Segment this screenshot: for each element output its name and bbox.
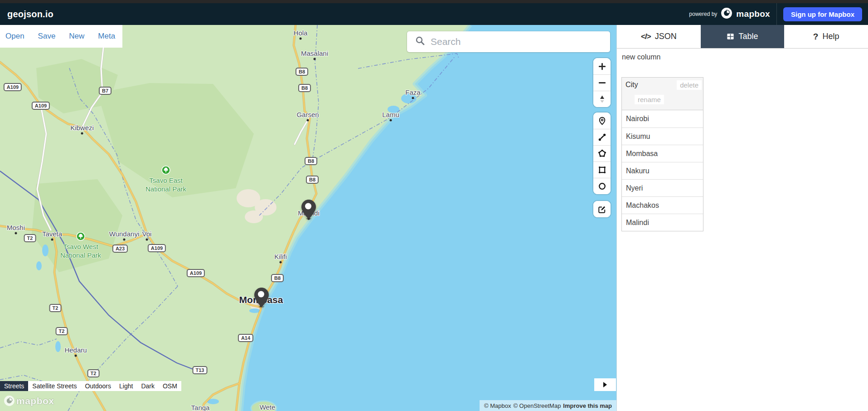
app-header: geojson.io powered by mapbox Sign up for… xyxy=(0,3,868,25)
tab-label: Table xyxy=(738,32,758,41)
road-shield-a14: A14 xyxy=(238,334,253,342)
park-label-line: Tsavo East xyxy=(145,176,186,185)
table-row-machakos[interactable]: Machakos xyxy=(622,196,703,214)
geojson-point-marker-malindi[interactable] xyxy=(301,199,316,221)
powered-by-text: powered by xyxy=(689,11,717,17)
polygon-button[interactable] xyxy=(593,145,611,161)
road-shield-t2: T2 xyxy=(49,304,62,312)
panel-tab-bar: </>JSONTable?Help xyxy=(617,25,868,49)
code-icon: </> xyxy=(641,32,651,41)
map-canvas[interactable]: HolaMasalaniGarsenFazaLamuKibweziMoshiTa… xyxy=(0,25,616,411)
side-panel: </>JSONTable?Help new column City delete… xyxy=(616,25,868,411)
layer-option-osm[interactable]: OSM xyxy=(159,381,181,391)
road-shield-a109: A109 xyxy=(187,269,205,277)
menu-item-meta[interactable]: Meta xyxy=(98,32,115,41)
layer-option-light[interactable]: Light xyxy=(115,381,137,391)
compass-icon xyxy=(598,95,606,103)
layer-option-satellite-streets[interactable]: Satellite Streets xyxy=(28,381,81,391)
mapbox-corner-logo[interactable]: mapbox xyxy=(4,395,54,406)
town-label-moshi: Moshi xyxy=(7,224,25,231)
panel-collapse-button[interactable] xyxy=(594,378,616,391)
compass-button[interactable] xyxy=(593,91,611,107)
mapbox-logo-icon xyxy=(721,7,732,21)
window-top-strip xyxy=(0,0,868,3)
line-icon xyxy=(598,133,606,142)
table-row-nairobi[interactable]: Nairobi xyxy=(622,110,703,127)
park-label-line: National Park xyxy=(145,185,186,193)
town-label-wundanyi: Wundanyi xyxy=(109,230,139,238)
marker-button[interactable] xyxy=(593,113,611,129)
app-title: geojson.io xyxy=(7,9,53,20)
map-search-box xyxy=(407,31,610,52)
signup-mapbox-button[interactable]: Sign up for Mapbox xyxy=(783,7,862,21)
tab-table[interactable]: Table xyxy=(701,25,785,48)
town-dot xyxy=(75,355,77,357)
mapbox-logo-word: mapbox xyxy=(16,396,54,406)
attribution-osm-link[interactable]: © OpenStreetMap xyxy=(513,402,561,409)
table-row-malindi[interactable]: Malindi xyxy=(622,214,703,231)
park-tree-icon xyxy=(161,166,170,176)
improve-map-link[interactable]: Improve this map xyxy=(563,402,612,409)
table-row-mombasa[interactable]: Mombasa xyxy=(622,145,703,162)
table-row-nyeri[interactable]: Nyeri xyxy=(622,179,703,196)
road-shield-b8: B8 xyxy=(306,176,319,184)
attribution-mapbox-link[interactable]: © Mapbox xyxy=(484,402,511,409)
tab-help[interactable]: ?Help xyxy=(784,25,868,48)
mapbox-wordmark: mapbox xyxy=(736,9,770,19)
search-input[interactable] xyxy=(431,36,610,47)
road-shield-b7: B7 xyxy=(99,87,112,95)
rename-column-button[interactable]: rename xyxy=(635,95,664,104)
circle-icon xyxy=(598,182,606,191)
mapbox-logo-icon xyxy=(4,395,15,406)
edit-button[interactable] xyxy=(593,201,611,217)
road-shield-t2: T2 xyxy=(56,327,68,335)
circle-button[interactable] xyxy=(593,178,611,194)
control-group-zoom xyxy=(593,58,611,107)
layer-option-dark[interactable]: Dark xyxy=(137,381,159,391)
column-name[interactable]: City xyxy=(626,81,638,89)
menu-item-save[interactable]: Save xyxy=(38,32,56,41)
town-dot xyxy=(15,232,17,235)
layer-option-streets[interactable]: Streets xyxy=(0,381,28,391)
table-row-kisumu[interactable]: Kisumu xyxy=(622,127,703,145)
menu-item-new[interactable]: New xyxy=(69,32,84,41)
geojson-point-marker-mombasa[interactable] xyxy=(254,287,269,309)
zoom-in-button[interactable] xyxy=(593,58,611,74)
town-label-masalani: Masalani xyxy=(301,49,328,57)
powered-by-mapbox: powered by mapbox xyxy=(689,7,770,21)
road-shield-a23: A23 xyxy=(112,245,128,253)
park-label: Tsavo EastNational Park xyxy=(145,176,186,193)
tab-label: Help xyxy=(822,32,839,41)
control-group-draw xyxy=(593,113,611,194)
geojson-io-app: geojson.io powered by mapbox Sign up for… xyxy=(0,0,868,411)
menu-item-open[interactable]: Open xyxy=(5,32,24,41)
town-label-faza: Faza xyxy=(405,88,420,96)
town-label-taveta: Taveta xyxy=(42,230,62,238)
header-separator xyxy=(776,3,777,25)
town-dot xyxy=(123,239,126,241)
road-shield-b8: B8 xyxy=(271,274,284,282)
new-column-button[interactable]: new column xyxy=(622,53,660,61)
file-menu-bar: OpenSaveNewMeta xyxy=(0,25,122,48)
park-tree-icon xyxy=(76,232,85,243)
town-label-kilifi: Kilifi xyxy=(274,253,287,260)
town-label-hola: Hola xyxy=(294,29,308,37)
town-dot xyxy=(314,58,316,60)
rect-icon xyxy=(598,166,606,174)
zoom-out-button[interactable] xyxy=(593,74,611,91)
road-shield-t2: T2 xyxy=(87,369,100,377)
rect-button[interactable] xyxy=(593,161,611,178)
town-dot xyxy=(81,132,83,135)
header-right: powered by mapbox Sign up for Mapbox xyxy=(689,3,862,25)
edit-icon xyxy=(598,205,606,214)
park-label-line: Tsavo West xyxy=(60,242,101,251)
tab-json[interactable]: </>JSON xyxy=(617,25,701,48)
layer-option-outdoors[interactable]: Outdoors xyxy=(81,381,115,391)
park-label-line: National Park xyxy=(60,251,101,259)
table-row-nakuru[interactable]: Nakuru xyxy=(622,162,703,179)
road-shield-b8: B8 xyxy=(298,84,311,92)
line-button[interactable] xyxy=(593,129,611,145)
town-label-voi: Voi xyxy=(142,230,152,238)
town-label-tanga: Tanga xyxy=(191,404,210,411)
delete-column-button[interactable]: delete xyxy=(677,80,702,90)
